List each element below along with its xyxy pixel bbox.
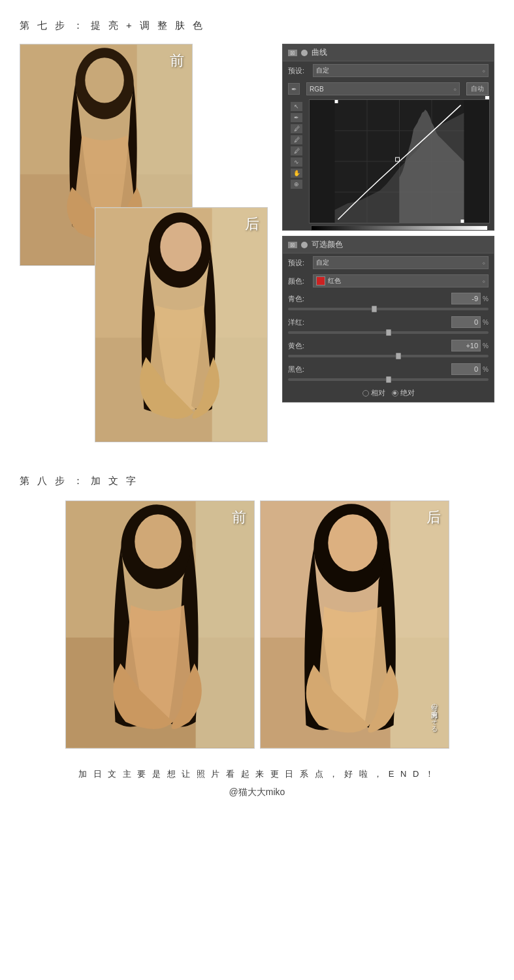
- step7-after-label: 后: [245, 214, 259, 234]
- person-svg-after: [95, 208, 267, 442]
- radio-relative-circle[interactable]: [362, 390, 369, 397]
- step8-after-label: 后: [426, 508, 441, 527]
- curves-auto-btn[interactable]: 自动: [466, 82, 489, 95]
- selective-preset-row: 预设: 自定 ⬦: [283, 253, 494, 272]
- cyan-unit: %: [483, 295, 489, 302]
- cyan-slider-row: [283, 307, 494, 314]
- selective-icon: ⊠: [288, 242, 297, 248]
- yellow-field-row: 黄色: %: [283, 337, 494, 354]
- page-container: 第 七 步 ： 提 亮 + 调 整 肤 色: [0, 0, 514, 811]
- step8-person-after-svg: [261, 501, 449, 748]
- black-slider-row: [283, 378, 494, 384]
- black-slider-track[interactable]: [288, 378, 489, 381]
- curves-graph-section: ↖ ✒ 🖉 🖉 🖉 ∿ ✋ ⊕: [283, 98, 494, 225]
- curves-icon: ⊠: [288, 50, 297, 56]
- yellow-label: 黄色:: [288, 341, 311, 351]
- tool-wave[interactable]: ∿: [291, 157, 302, 167]
- tool-pen[interactable]: ✒: [291, 113, 302, 122]
- black-input[interactable]: [451, 363, 481, 375]
- curves-preset-row: 预设: 自定 ⬦: [283, 61, 494, 80]
- radio-row: 相对 绝对: [283, 384, 494, 402]
- step8-person-before-svg: [66, 501, 254, 748]
- step8-photo-before: 前: [65, 500, 255, 749]
- ps-panels: ⊠ 曲线 预设: 自定 ⬦ ✒: [282, 44, 494, 402]
- tool-hand[interactable]: ✋: [291, 169, 302, 178]
- step8-before-label: 前: [232, 508, 246, 527]
- yellow-slider-row: [283, 354, 494, 361]
- section-step7: 第 七 步 ： 提 亮 + 调 整 肤 色: [20, 20, 494, 449]
- selective-color-row: 颜色: 红色 ⬦: [283, 272, 494, 290]
- svg-rect-18: [335, 100, 338, 103]
- color-swatch-red: [316, 276, 325, 286]
- selective-preset-select[interactable]: 自定 ⬦: [313, 256, 489, 269]
- selective-color-label: 颜色:: [288, 276, 309, 286]
- radio-absolute-label: 绝对: [400, 388, 415, 398]
- curves-tools: ↖ ✒ 🖉 🖉 🖉 ∿ ✋ ⊕: [287, 99, 306, 223]
- tool-eyedropper3[interactable]: 🖉: [291, 146, 302, 155]
- curves-dot: [301, 50, 308, 56]
- yellow-slider-handle[interactable]: [396, 353, 401, 359]
- radio-relative[interactable]: 相对: [362, 388, 385, 398]
- cyan-field-row: 青色: %: [283, 290, 494, 307]
- magenta-slider-track[interactable]: [288, 331, 489, 334]
- magenta-slider-row: [283, 331, 494, 337]
- selective-color-select[interactable]: 红色 ⬦: [313, 274, 489, 287]
- svg-point-4: [85, 57, 124, 103]
- magenta-field-row: 洋红: %: [283, 314, 494, 331]
- black-field-row: 黑色: %: [283, 361, 494, 378]
- cyan-slider-track[interactable]: [288, 308, 489, 310]
- cyan-slider-handle[interactable]: [372, 306, 377, 312]
- yellow-slider-track[interactable]: [288, 355, 489, 357]
- black-slider-handle[interactable]: [386, 376, 391, 383]
- svg-point-24: [135, 514, 182, 568]
- curves-preset-select[interactable]: 自定 ⬦: [313, 64, 489, 77]
- step7-title: 第 七 步 ： 提 亮 + 调 整 肤 色: [20, 20, 494, 32]
- step7-photos-area: 前: [20, 44, 274, 449]
- curves-panel: ⊠ 曲线 预设: 自定 ⬦ ✒: [282, 44, 494, 231]
- japanese-text-overlay: 毎の思力間こそる: [430, 700, 439, 728]
- step8-photo-after: 后 毎の思力間こそる: [260, 500, 449, 749]
- tool-eyedropper2[interactable]: 🖉: [291, 135, 302, 144]
- selective-preset-label: 预设:: [288, 258, 309, 268]
- tool-target[interactable]: ⊕: [291, 180, 302, 189]
- svg-point-29: [328, 514, 377, 571]
- magenta-unit: %: [483, 319, 489, 326]
- curves-eyedropper[interactable]: ✒: [288, 83, 300, 95]
- cyan-label: 青色:: [288, 294, 311, 304]
- curves-graph: [309, 99, 490, 223]
- curves-title: 曲线: [312, 47, 327, 58]
- footer-credit: @猫大大miko: [20, 787, 494, 798]
- black-label: 黑色:: [288, 365, 311, 374]
- curves-svg: [310, 100, 489, 223]
- selective-title: 可选颜色: [312, 239, 343, 250]
- black-unit: %: [483, 366, 489, 373]
- magenta-slider-handle[interactable]: [386, 329, 391, 336]
- radio-absolute-circle[interactable]: [392, 390, 398, 397]
- selective-dot: [301, 242, 308, 248]
- radio-absolute[interactable]: 绝对: [392, 388, 415, 398]
- yellow-input[interactable]: [451, 340, 481, 351]
- step8-photos: 前: [20, 500, 494, 749]
- curves-bottom-slider[interactable]: [311, 225, 488, 231]
- section-step8: 第 八 步 ： 加 文 字: [20, 475, 494, 749]
- curves-channel-row: ✒ RGB ⬦ 自动: [283, 80, 494, 98]
- radio-relative-label: 相对: [371, 388, 385, 398]
- svg-rect-7: [212, 208, 267, 441]
- step7-before-label: 前: [170, 51, 184, 71]
- magenta-input[interactable]: [451, 316, 481, 328]
- step8-title: 第 八 步 ： 加 文 字: [20, 475, 494, 487]
- yellow-unit: %: [483, 342, 489, 350]
- svg-point-9: [160, 222, 202, 271]
- step7-content: 前: [20, 44, 494, 449]
- magenta-label: 洋红:: [288, 318, 311, 327]
- curves-channel-select[interactable]: RGB ⬦: [306, 82, 460, 95]
- svg-rect-27: [390, 501, 448, 747]
- selective-color-panel: ⊠ 可选颜色 预设: 自定 ⬦ 颜色:: [282, 236, 494, 402]
- selective-color-header: ⊠ 可选颜色: [283, 237, 494, 253]
- curves-panel-header: ⊠ 曲线: [283, 44, 494, 61]
- svg-rect-22: [195, 501, 253, 747]
- cyan-input[interactable]: [451, 293, 481, 304]
- tool-pointer[interactable]: ↖: [291, 102, 302, 111]
- tool-eyedropper1[interactable]: 🖉: [291, 124, 302, 133]
- step7-photo-after: 后: [95, 207, 268, 442]
